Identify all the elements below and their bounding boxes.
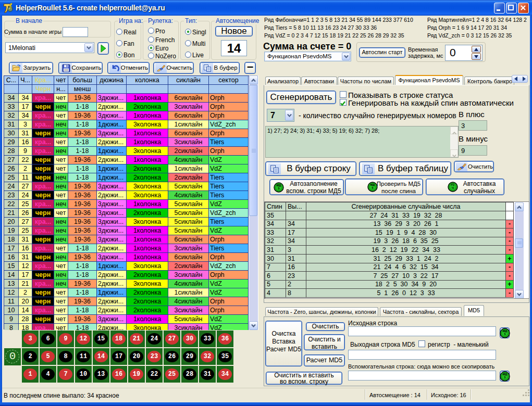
svg-text:5: 5 <box>504 376 506 379</box>
svg-text:5: 5 <box>504 333 506 336</box>
svg-text:Ч: Ч <box>452 186 454 189</box>
svg-text:5: 5 <box>372 186 374 189</box>
svg-text:5: 5 <box>278 187 280 190</box>
